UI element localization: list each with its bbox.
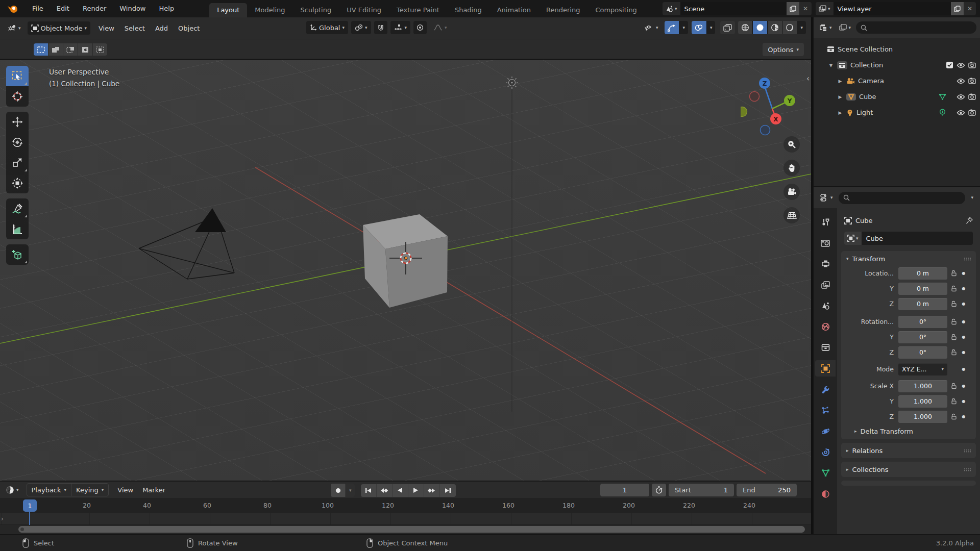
outliner-row-scene-collection[interactable]: Scene Collection xyxy=(814,41,980,57)
previous-keyframe-button[interactable] xyxy=(377,484,393,497)
animate-dot[interactable]: ● xyxy=(960,319,968,324)
scene-unlink-button[interactable]: ✕ xyxy=(799,2,812,15)
tab-compositing[interactable]: Compositing xyxy=(587,3,645,17)
location-x-field[interactable]: 0 m xyxy=(898,267,947,280)
rotation-mode-dropdown[interactable]: XYZ E...▾ xyxy=(898,363,947,375)
collections-panel-header[interactable]: ▸ Collections xyxy=(841,462,976,477)
breadcrumb-object[interactable]: Cube xyxy=(855,217,873,224)
jump-to-end-button[interactable] xyxy=(440,484,456,497)
timeline-scrollbar[interactable] xyxy=(18,526,805,533)
play-button[interactable] xyxy=(408,484,424,497)
show-gizmo-toggle[interactable] xyxy=(665,21,679,34)
tab-uv-editing[interactable]: UV Editing xyxy=(339,3,389,17)
animate-dot[interactable]: ● xyxy=(960,286,968,291)
play-reverse-button[interactable] xyxy=(393,484,408,497)
ortho-grid-button[interactable] xyxy=(783,207,800,223)
animate-dot[interactable]: ● xyxy=(960,350,968,355)
snap-toggle[interactable] xyxy=(374,21,387,34)
navigation-gizmo[interactable]: Z Y X xyxy=(741,63,802,139)
animate-dot[interactable]: ● xyxy=(960,271,968,276)
shading-solid-button[interactable] xyxy=(753,21,768,34)
tab-texture-paint[interactable]: Texture Paint xyxy=(389,3,447,17)
viewlayer-browse-button[interactable]: ▾ xyxy=(816,2,834,15)
transform-orientation-dropdown[interactable]: Global ▾ xyxy=(306,21,348,34)
outliner-row-camera[interactable]: ▶ Camera xyxy=(814,73,980,89)
properties-editor-type-button[interactable]: ▾ xyxy=(818,191,836,205)
scale-x-field[interactable]: 1.000 xyxy=(898,380,947,392)
viewlayer-remove-button[interactable]: ✕ xyxy=(964,2,976,15)
tool-move[interactable] xyxy=(6,112,29,132)
tool-transform[interactable] xyxy=(6,173,29,193)
blender-logo-icon[interactable] xyxy=(7,4,18,13)
rotation-z-field[interactable]: 0° xyxy=(898,346,947,359)
hide-eye-icon[interactable] xyxy=(957,110,965,116)
tab-material[interactable] xyxy=(815,486,836,502)
tab-tool[interactable] xyxy=(815,214,836,230)
tab-view-layer[interactable] xyxy=(815,277,836,293)
playback-menu[interactable]: Playback▾ xyxy=(27,484,72,496)
next-keyframe-button[interactable] xyxy=(424,484,440,497)
auto-key-record-button[interactable] xyxy=(331,484,346,497)
animate-dot[interactable]: ● xyxy=(960,384,968,388)
mesh-data-icon[interactable] xyxy=(939,93,946,101)
disclosure-icon[interactable]: ▼ xyxy=(828,63,834,68)
menu-help[interactable]: Help xyxy=(153,0,181,17)
lock-icon[interactable] xyxy=(947,383,960,389)
select-mode-invert[interactable] xyxy=(78,43,92,56)
disclosure-icon[interactable]: ▶ xyxy=(837,79,843,84)
lock-icon[interactable] xyxy=(947,318,960,325)
pin-icon[interactable] xyxy=(966,217,973,224)
timeline-marker-menu[interactable]: Marker xyxy=(138,486,170,494)
outliner-row-light[interactable]: ▶ Light xyxy=(814,105,980,120)
animate-dot[interactable]: ● xyxy=(960,367,968,371)
panel-grip[interactable] xyxy=(964,257,971,261)
disable-render-camera-icon[interactable] xyxy=(968,78,976,84)
scene-canvas[interactable] xyxy=(0,60,811,481)
menu-select[interactable]: Select xyxy=(119,24,150,32)
tab-shading[interactable]: Shading xyxy=(447,3,489,17)
tool-scale[interactable] xyxy=(6,153,29,173)
snap-target-dropdown[interactable]: ▾ xyxy=(390,21,411,34)
location-z-field[interactable]: 0 m xyxy=(898,298,947,310)
object-visibility-dropdown[interactable]: ▾ xyxy=(640,21,662,34)
panel-grip[interactable] xyxy=(964,468,971,471)
delta-transform-header[interactable]: ▸ Delta Transform xyxy=(841,425,976,439)
shading-dropdown[interactable]: ▾ xyxy=(797,21,806,34)
disable-render-camera-icon[interactable] xyxy=(968,93,976,100)
outliner-filter-dropdown[interactable]: ▾ xyxy=(837,21,853,34)
mode-dropdown[interactable]: Object Mode ▾ xyxy=(28,21,90,35)
properties-search-input[interactable] xyxy=(839,192,966,204)
tab-animation[interactable]: Animation xyxy=(489,3,538,17)
show-overlays-toggle[interactable] xyxy=(692,21,707,34)
shading-material-button[interactable] xyxy=(768,21,782,34)
tab-object[interactable] xyxy=(815,360,836,377)
lock-icon[interactable] xyxy=(947,398,960,405)
hide-eye-icon[interactable] xyxy=(957,62,965,68)
tool-add-cube[interactable] xyxy=(6,244,29,265)
tab-object-data[interactable] xyxy=(815,465,836,481)
rotation-x-field[interactable]: 0° xyxy=(898,316,947,328)
location-y-field[interactable]: 0 m xyxy=(898,283,947,295)
shading-wireframe-button[interactable] xyxy=(738,21,753,34)
playhead[interactable]: 1 xyxy=(23,499,37,512)
animate-dot[interactable]: ● xyxy=(960,335,968,339)
frame-start-field[interactable]: Start1 xyxy=(669,484,734,496)
lock-icon[interactable] xyxy=(947,334,960,340)
timeline-track[interactable] xyxy=(0,513,811,525)
scale-z-field[interactable]: 1.000 xyxy=(898,411,947,423)
zoom-button[interactable] xyxy=(783,136,800,153)
outliner-display-mode-dropdown[interactable]: ▾ xyxy=(817,21,834,34)
light-data-icon[interactable] xyxy=(939,109,946,116)
menu-object[interactable]: Object xyxy=(173,24,205,32)
gizmo-dropdown[interactable]: ▾ xyxy=(679,21,688,34)
editor-type-button[interactable]: ▾ xyxy=(4,21,24,35)
tool-cursor[interactable] xyxy=(6,86,29,107)
select-mode-set[interactable] xyxy=(34,43,48,56)
menu-view[interactable]: View xyxy=(93,24,119,32)
tool-select-box[interactable] xyxy=(6,66,29,86)
lock-icon[interactable] xyxy=(947,349,960,356)
pan-button[interactable] xyxy=(783,160,800,176)
tab-sculpting[interactable]: Sculpting xyxy=(292,3,339,17)
camera-view-button[interactable] xyxy=(783,184,800,200)
lock-icon[interactable] xyxy=(947,413,960,420)
